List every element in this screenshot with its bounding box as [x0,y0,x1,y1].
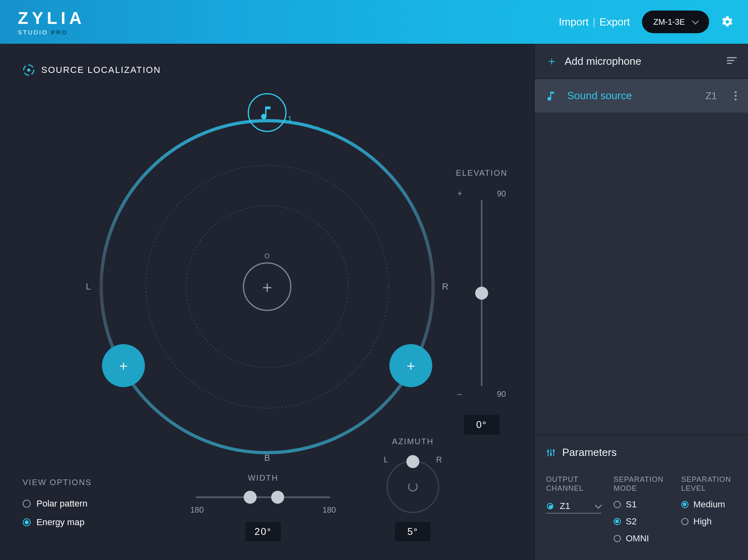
width-thumb-left[interactable] [244,491,257,504]
elevation-value[interactable]: 0° [464,415,499,434]
output-channel-column: OUTPUT CHANNEL Z1 [546,475,601,544]
separation-level-high[interactable]: High [681,516,737,527]
azimuth-l: L [384,455,388,464]
radio-icon [23,500,31,508]
device-select[interactable]: ZM-1-3E [642,11,709,33]
energy-blob-right[interactable]: ＋ [389,344,432,387]
section-title: SOURCE LOCALIZATION [23,64,518,76]
separation-mode-label: SEPARATION MODE [614,475,669,493]
width-label: WIDTH [190,473,336,483]
music-note-icon [259,104,275,121]
add-microphone-label: Add microphone [565,55,641,68]
svg-point-4 [547,450,549,452]
app-header: ZYLIA STUDIO PRO Import | Export ZM-1-3E [0,0,748,44]
elevation-thumb[interactable] [475,287,488,300]
separation-mode-column: SEPARATION MODE S1 S2 OMNI [614,475,669,544]
azimuth-pointer[interactable] [406,455,419,468]
energy-blob-left[interactable]: ＋ [102,344,145,387]
source-list: Sound source Z1 [535,79,748,113]
source-channel: Z1 [706,90,717,102]
settings-icon[interactable] [721,16,733,28]
width-range-right: 180 [323,505,336,515]
parameters-panel: Parameters OUTPUT CHANNEL Z1 SEPARATION … [535,434,748,560]
separation-mode-omni[interactable]: OMNI [614,533,669,544]
width-thumb-right[interactable] [271,491,284,504]
width-value[interactable]: 20° [245,522,281,541]
radio-icon [23,518,31,526]
separation-level-medium[interactable]: Medium [681,499,737,510]
elevation-label: ELEVATION [449,168,514,178]
azimuth-control: AZIMUTH L R 5° [376,437,449,541]
width-control: WIDTH 180 180 20° [190,473,336,541]
svg-point-6 [553,449,555,451]
main-panel: SOURCE LOCALIZATION L R B ＋ 1 ＋ ＋ [0,44,534,560]
view-option-polar-pattern[interactable]: Polar pattern [23,498,92,509]
output-channel-value: Z1 [560,501,570,511]
section-title-text: SOURCE LOCALIZATION [41,65,161,75]
chevron-down-icon [692,18,699,25]
separation-mode-s1[interactable]: S1 [614,499,669,510]
music-note-icon [546,90,557,102]
add-source-center-button[interactable]: ＋ [243,262,291,311]
source-name: Sound source [567,89,632,102]
polar-display[interactable]: L R B ＋ 1 ＋ ＋ [93,113,441,461]
center-dot [265,253,270,258]
add-microphone-button[interactable]: ＋ Add microphone [535,44,748,79]
parameters-title: Parameters [546,446,737,459]
header-actions: Import | Export ZM-1-3E [559,11,733,33]
separation-mode-s2[interactable]: S2 [614,516,669,527]
plus-icon: ＋ [546,53,557,69]
elevation-max: 90 [497,189,506,198]
view-option-energy-map[interactable]: Energy map [23,517,92,528]
view-options-label: VIEW OPTIONS [23,478,92,487]
source-marker-index: 1 [288,115,292,123]
azimuth-value[interactable]: 5° [395,522,431,541]
output-channel-select[interactable]: Z1 [546,499,601,513]
view-options: VIEW OPTIONS Polar pattern Energy map [23,478,92,536]
radio-icon [547,503,553,509]
sort-icon[interactable] [727,57,737,66]
separation-level-column: SEPARATION LEVEL Medium High [681,475,737,544]
separation-level-label: SEPARATION LEVEL [681,475,737,493]
svg-point-5 [550,453,552,455]
chevron-down-icon [595,502,602,509]
export-button[interactable]: Export [599,16,630,28]
sliders-icon [546,448,556,458]
localization-icon [23,64,35,76]
source-marker[interactable]: 1 [248,93,287,132]
elevation-slider[interactable] [481,200,482,386]
width-range-left: 180 [190,505,204,515]
more-icon[interactable] [735,91,737,100]
polar-label-left: L [86,281,91,292]
device-select-value: ZM-1-3E [653,17,685,27]
import-button[interactable]: Import [559,16,589,28]
sidebar: ＋ Add microphone Sound source Z1 Paramet… [534,44,748,560]
elevation-min: 90 [497,390,506,399]
azimuth-r: R [436,455,442,464]
brand-subtitle: STUDIO PRO [18,29,85,36]
elevation-minus: – [457,390,462,399]
polar-label-back: B [264,453,270,463]
app-logo: ZYLIA STUDIO PRO [18,9,85,36]
brand-name: ZYLIA [18,9,85,28]
svg-point-0 [27,68,30,72]
width-slider[interactable] [196,496,330,498]
polar-label-right: R [442,281,448,292]
source-item[interactable]: Sound source Z1 [535,79,748,113]
import-export: Import | Export [559,16,630,28]
azimuth-center-icon [408,482,418,492]
azimuth-knob[interactable] [387,460,439,513]
elevation-plus: + [457,189,462,198]
output-channel-label: OUTPUT CHANNEL [546,475,601,493]
azimuth-label: AZIMUTH [376,437,449,446]
elevation-control: ELEVATION + 90 – 90 0° [449,168,514,434]
